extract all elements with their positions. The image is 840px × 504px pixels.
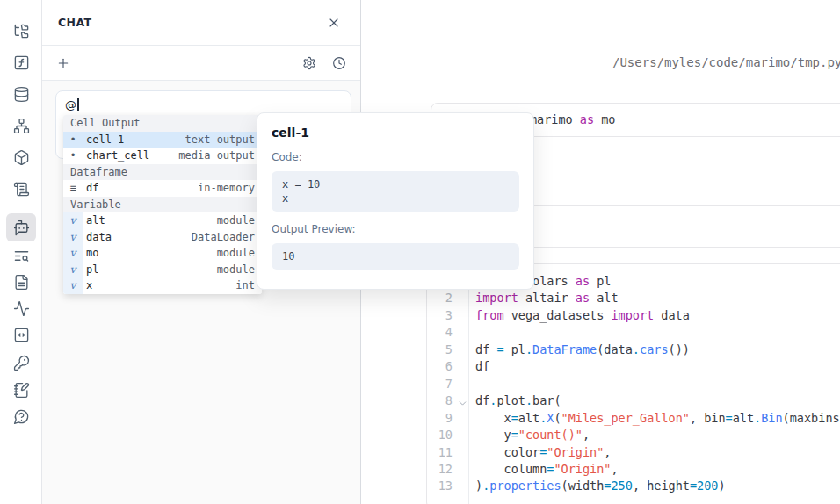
var-icon: v: [63, 245, 83, 262]
code-line-3[interactable]: 3from vega_datasets import data: [427, 308, 840, 325]
autocomplete-item-label: alt: [86, 212, 105, 229]
autocomplete-item-mo[interactable]: vmomodule: [63, 245, 262, 262]
line-number: 6: [427, 359, 453, 373]
line-number: 12: [427, 462, 453, 476]
code-line-2[interactable]: 2import altair as alt: [427, 291, 840, 307]
menu-icon: ≡: [63, 180, 83, 197]
line-number: 3: [427, 308, 453, 322]
var-icon: v: [63, 277, 83, 294]
scroll-text-icon[interactable]: [6, 175, 36, 203]
autocomplete-item-data[interactable]: vdataDataLoader: [63, 229, 262, 246]
line-number: 5: [427, 342, 453, 356]
code-line-13[interactable]: 13).properties(width=250, height=200): [427, 479, 840, 495]
text-caret: [77, 98, 79, 111]
bullet-icon: •: [63, 148, 83, 164]
autocomplete-item-type: module: [217, 245, 255, 262]
autocomplete-item-label: pl: [86, 262, 98, 278]
autocomplete-item-type: in-memory: [198, 180, 255, 197]
chat-toolbar: [42, 46, 360, 81]
code-line-8[interactable]: 8df.plot.bar(: [427, 393, 840, 410]
var-icon: v: [63, 229, 83, 246]
autocomplete-item-x[interactable]: vxint: [63, 277, 262, 294]
code-square-icon[interactable]: [6, 320, 36, 349]
gear-icon[interactable]: [299, 53, 320, 74]
popover-code-label: Code:: [272, 151, 519, 163]
line-number: 9: [427, 411, 453, 425]
chat-panel-title: CHAT: [58, 16, 91, 29]
autocomplete-item-label: df: [86, 180, 98, 197]
chevron-down-icon[interactable]: [457, 396, 468, 407]
code-line-5[interactable]: 5df = pl.DataFrame(data.cars()): [427, 342, 840, 359]
chat-bot-icon[interactable]: [6, 213, 36, 241]
line-number: 13: [427, 479, 453, 493]
autocomplete-item-alt[interactable]: valtmodule: [63, 212, 262, 229]
line-number: 11: [427, 445, 453, 459]
autocomplete-item-label: chart_cell: [86, 148, 149, 164]
var-icon: v: [63, 262, 83, 278]
autocomplete-item-df[interactable]: ≡dfin-memory: [63, 180, 262, 197]
notebook-pen-icon[interactable]: [6, 376, 36, 404]
line-number: 2: [427, 291, 453, 305]
autocomplete-item-chart_cell[interactable]: •chart_cellmedia output: [63, 148, 262, 164]
key-icon[interactable]: [6, 349, 36, 377]
mention-autocomplete-dropdown: Cell Output•cell-1text output•chart_cell…: [63, 115, 262, 294]
autocomplete-item-type: text output: [185, 132, 255, 148]
code-line-12[interactable]: 12 column="Origin",: [427, 462, 840, 479]
line-number: 10: [427, 428, 453, 442]
line-number: 7: [427, 377, 453, 391]
autocomplete-section-header: Variable: [63, 197, 262, 213]
popover-code-block: x = 10 x: [272, 171, 519, 212]
autocomplete-item-label: mo: [86, 245, 98, 262]
line-number: 4: [427, 325, 453, 339]
chat-panel-header: CHAT: [42, 0, 360, 46]
code-line-4[interactable]: 4: [427, 325, 840, 342]
popover-title: cell-1: [272, 126, 519, 140]
chat-input-value: @: [65, 98, 76, 112]
help-circle-icon[interactable]: [6, 402, 36, 430]
document-icon[interactable]: [6, 268, 36, 296]
bullet-icon: •: [63, 132, 83, 148]
network-icon[interactable]: [6, 112, 36, 140]
autocomplete-item-cell-1[interactable]: •cell-1text output: [63, 132, 262, 148]
autocomplete-item-label: x: [86, 277, 92, 294]
autocomplete-item-type: media output: [178, 148, 255, 164]
database-icon[interactable]: [6, 80, 36, 108]
close-icon[interactable]: [323, 12, 344, 33]
code-line-10[interactable]: 10 y="count()",: [427, 428, 840, 444]
cell-preview-popover: cell-1 Code: x = 10 x Output Preview: 10: [257, 112, 534, 290]
list-search-icon[interactable]: [6, 241, 36, 270]
var-icon: v: [63, 212, 83, 229]
autocomplete-item-label: cell-1: [86, 132, 124, 148]
activity-icon[interactable]: [6, 294, 36, 322]
icon-sidebar: [0, 0, 42, 504]
code-line-9[interactable]: 9 x=alt.X("Miles_per_Gallon", bin=alt.Bi…: [427, 411, 840, 428]
autocomplete-item-label: data: [86, 229, 112, 246]
file-tree-icon[interactable]: [6, 17, 36, 45]
code-line-6[interactable]: 6df: [427, 359, 840, 376]
autocomplete-section-header: Dataframe: [63, 164, 262, 181]
autocomplete-item-type: module: [217, 212, 255, 229]
autocomplete-item-type: int: [235, 277, 255, 294]
autocomplete-section-header: Cell Output: [63, 115, 262, 132]
file-path: /Users/myles/code/marimo/tmp.py: [612, 55, 840, 69]
history-clock-icon[interactable]: [329, 53, 350, 74]
app-window: CHAT @ /Users/myles/code/marimo/tmp.py i…: [0, 0, 840, 504]
line-number: 8: [427, 393, 453, 407]
popover-output-label: Output Preview:: [272, 223, 519, 235]
function-square-icon[interactable]: [6, 48, 36, 76]
autocomplete-item-type: module: [217, 262, 255, 278]
package-icon[interactable]: [6, 143, 36, 171]
popover-output-block: 10: [272, 243, 519, 270]
autocomplete-item-pl[interactable]: vplmodule: [63, 262, 262, 278]
new-chat-plus-icon[interactable]: [53, 53, 74, 74]
autocomplete-item-type: DataLoader: [192, 229, 255, 246]
cell-main-code[interactable]: 1import polars as pl2import altair as al…: [426, 263, 840, 504]
code-line-11[interactable]: 11 color="Origin",: [427, 445, 840, 462]
code-line-7[interactable]: 7: [427, 377, 840, 393]
